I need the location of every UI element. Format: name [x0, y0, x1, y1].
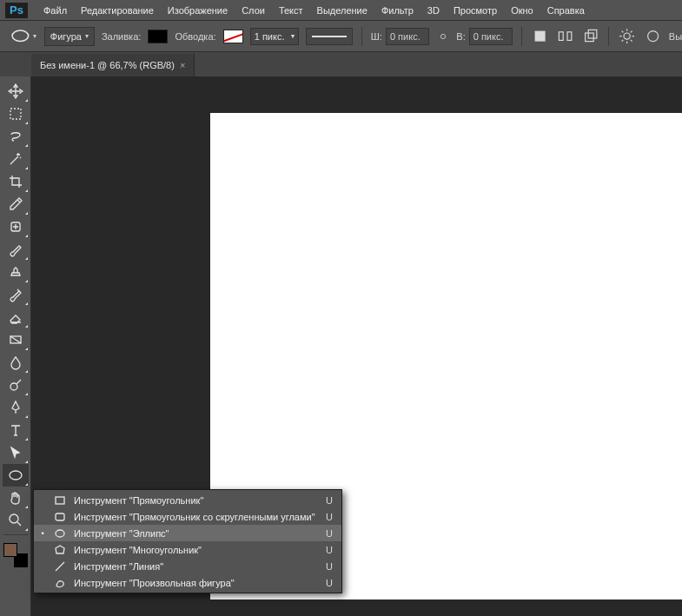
line-icon	[53, 560, 67, 573]
shape-mode-label: Фигура	[50, 31, 82, 42]
tool-dodge[interactable]	[3, 374, 29, 396]
divider	[361, 27, 362, 46]
stroke-label: Обводка:	[175, 31, 215, 42]
gear-icon[interactable]	[618, 27, 636, 46]
path-arrange-icon[interactable]	[581, 27, 599, 46]
tool-eyedropper[interactable]	[3, 193, 29, 215]
tool-move[interactable]	[3, 80, 29, 103]
link-wh-icon[interactable]	[436, 30, 449, 43]
close-tab-icon[interactable]: ×	[180, 60, 185, 70]
menu-filter[interactable]: Фильтр	[374, 2, 420, 19]
flyout-label: Инструмент "Многоугольник"	[74, 545, 319, 555]
tool-zoom[interactable]	[3, 509, 29, 532]
flyout-item-line[interactable]: Инструмент "Линия" U	[34, 558, 341, 574]
flyout-active-marker: •	[39, 529, 46, 538]
menu-file[interactable]: Файл	[36, 2, 74, 19]
flyout-item-polygon[interactable]: Инструмент "Многоугольник" U	[34, 541, 341, 558]
rounded-rectangle-icon	[53, 510, 67, 524]
custom-shape-icon	[53, 576, 67, 590]
flyout-item-custom-shape[interactable]: Инструмент "Произвольная фигура" U	[34, 574, 341, 591]
ellipse-icon	[53, 527, 67, 540]
path-align-icon[interactable]	[556, 27, 574, 46]
tool-lasso[interactable]	[3, 125, 29, 148]
stroke-width-value: 1 пикс.	[255, 31, 285, 42]
divider	[521, 27, 522, 46]
flyout-shortcut: U	[326, 561, 333, 572]
ruler-corner	[0, 52, 31, 76]
tool-brush[interactable]	[3, 238, 29, 261]
tool-history-brush[interactable]	[3, 283, 29, 306]
stroke-swatch[interactable]	[223, 30, 243, 43]
flyout-item-rounded-rectangle[interactable]: Инструмент "Прямоугольник со скругленным…	[34, 508, 341, 525]
tool-gradient[interactable]	[3, 328, 29, 351]
chevron-down-icon: ▾	[85, 32, 89, 40]
divider	[608, 27, 609, 46]
menu-3d[interactable]: 3D	[420, 2, 447, 19]
flyout-label: Инструмент "Эллипс"	[74, 528, 319, 539]
flyout-item-ellipse[interactable]: • Инструмент "Эллипс" U	[34, 525, 341, 541]
svg-rect-5	[588, 30, 597, 38]
shape-tool-flyout: Инструмент "Прямоугольник" U Инструмент …	[33, 489, 342, 593]
height-label: В:	[456, 31, 465, 42]
flyout-shortcut: U	[326, 512, 333, 522]
menu-select[interactable]: Выделение	[310, 2, 374, 19]
height-group: В: 0 пикс.	[456, 28, 512, 45]
svg-marker-17	[56, 546, 64, 553]
tool-crop[interactable]	[3, 170, 29, 193]
stroke-width-field[interactable]: 1 пикс. ▾	[250, 28, 299, 45]
height-field[interactable]: 0 пикс.	[469, 28, 513, 45]
options-bar: ▾ Фигура ▾ Заливка: Обводка: 1 пикс. ▾ Ш…	[0, 21, 682, 52]
menu-layers[interactable]: Слои	[235, 2, 272, 19]
stroke-style-dropdown[interactable]	[306, 28, 353, 45]
menu-image[interactable]: Изображение	[161, 2, 235, 19]
svg-rect-8	[10, 109, 21, 119]
tool-preset-ellipse-icon[interactable]: ▾	[9, 27, 37, 46]
path-operations-icon[interactable]	[531, 27, 549, 46]
document-tab[interactable]: Без имени-1 @ 66,7% (RGB/8) ×	[31, 54, 195, 76]
menu-window[interactable]: Окно	[504, 2, 540, 19]
svg-rect-14	[56, 497, 64, 504]
menu-text[interactable]: Текст	[272, 2, 310, 19]
tool-marquee[interactable]	[3, 103, 29, 125]
left-toolbar	[0, 76, 31, 616]
menu-edit[interactable]: Редактирование	[74, 2, 161, 19]
tool-clone-stamp[interactable]	[3, 261, 29, 283]
document-tab-bar: Без имени-1 @ 66,7% (RGB/8) ×	[0, 52, 682, 76]
svg-rect-15	[56, 513, 64, 520]
width-label: Ш:	[371, 31, 382, 42]
flyout-shortcut: U	[326, 578, 333, 588]
tool-magic-wand[interactable]	[3, 148, 29, 170]
flyout-shortcut: U	[326, 528, 333, 539]
tool-shape-ellipse[interactable]	[3, 464, 29, 487]
fill-swatch[interactable]	[148, 30, 168, 43]
width-field[interactable]: 0 пикс.	[386, 28, 429, 45]
document-tab-title: Без имени-1 @ 66,7% (RGB/8)	[40, 60, 175, 70]
stroke-solid-line-icon	[312, 36, 347, 37]
rectangle-icon	[53, 493, 67, 507]
svg-point-13	[10, 514, 18, 523]
tool-healing[interactable]	[3, 215, 29, 238]
tool-type[interactable]	[3, 419, 29, 441]
foreground-color-swatch[interactable]	[3, 543, 17, 557]
tool-hand[interactable]	[3, 487, 29, 509]
flyout-shortcut: U	[326, 545, 333, 555]
fill-label: Заливка:	[102, 31, 141, 42]
tool-blur[interactable]	[3, 351, 29, 374]
shape-mode-dropdown[interactable]: Фигура ▾	[44, 27, 95, 46]
svg-point-12	[10, 471, 22, 480]
menu-help[interactable]: Справка	[540, 2, 592, 19]
flyout-label: Инструмент "Прямоугольник со скругленным…	[74, 512, 319, 522]
flyout-label: Инструмент "Линия"	[74, 561, 319, 572]
tool-eraser[interactable]	[3, 306, 29, 328]
flyout-shortcut: U	[326, 495, 333, 506]
align-edges-icon[interactable]	[644, 27, 662, 46]
svg-point-7	[647, 30, 658, 41]
tool-pen[interactable]	[3, 396, 29, 419]
width-group: Ш: 0 пикс.	[371, 28, 429, 45]
color-swatches[interactable]	[3, 543, 28, 567]
menu-bar: Ps Файл Редактирование Изображение Слои …	[0, 0, 682, 21]
flyout-item-rectangle[interactable]: Инструмент "Прямоугольник" U	[34, 492, 341, 508]
toolbar-divider	[3, 534, 28, 535]
menu-view[interactable]: Просмотр	[447, 2, 504, 19]
tool-path-selection[interactable]	[3, 441, 29, 464]
